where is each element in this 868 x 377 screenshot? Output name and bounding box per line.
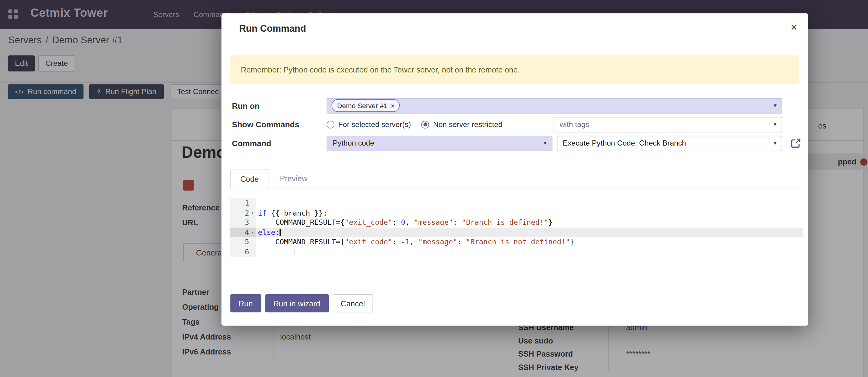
show-commands-label: Show Commands [232,120,327,129]
radio-circle-icon[interactable] [422,121,429,128]
code-line[interactable] [256,246,803,256]
code-line[interactable]: else: [256,228,803,237]
code-line[interactable] [256,198,803,208]
server-tag: Demo Server #1 × [332,99,400,112]
command-value: Execute Python Code: Check Branch [563,139,686,147]
command-label: Command [232,139,327,148]
fold-arrow-icon[interactable]: ▾ [249,210,256,215]
tag-remove-icon[interactable]: × [391,102,395,109]
code-line[interactable]: COMMAND_RESULT={"exit_code": 0, "message… [256,218,803,228]
text-cursor [280,228,281,236]
command-type-value: Python code [333,139,374,147]
run-in-wizard-button[interactable]: Run in wizard [265,294,329,313]
with-tags-select[interactable]: with tags ▾ [554,117,782,132]
editor-lines[interactable]: if {{ branch }}: COMMAND_RESULT={"exit_c… [256,198,803,257]
modal-tabs: Code Preview [230,169,800,188]
command-type-select[interactable]: Python code ▾ [327,136,552,151]
show-commands-row: Show Commands For selected server(s) Non… [232,116,782,133]
warning-alert-text: Remember: Python code is executed on the… [241,65,520,74]
line-number: 2▾ [230,208,256,218]
run-on-row: Run on Demo Server #1 × ▾ [232,97,782,114]
tab-code[interactable]: Code [230,169,269,188]
run-on-tags-select[interactable]: Demo Server #1 × ▾ [327,98,782,113]
command-select[interactable]: Execute Python Code: Check Branch ▾ [557,136,782,151]
line-number: 5 [230,237,256,246]
chevron-down-icon: ▾ [774,139,777,146]
screen: Cetmix Tower ServersCommandsFilesToolsSe… [0,0,868,377]
run-command-modal: Run Command × Remember: Python code is e… [222,13,808,326]
with-tags-placeholder: with tags [560,120,589,128]
code-line[interactable]: COMMAND_RESULT={"exit_code": -1, "messag… [256,237,803,246]
code-editor[interactable]: 12▾34▾56 if {{ branch }}: COMMAND_RESULT… [230,198,804,257]
command-row: Command Python code ▾ Execute Python Cod… [232,135,782,151]
warning-alert: Remember: Python code is executed on the… [230,55,800,84]
chevron-down-icon: ▾ [774,102,777,109]
modal-title: Run Command [239,23,306,34]
indent-guide [294,249,294,255]
cancel-button[interactable]: Cancel [332,294,373,313]
chevron-down-icon: ▾ [774,120,777,127]
server-tag-label: Demo Server #1 [337,102,388,109]
line-number: 1 [230,198,256,208]
line-number: 6 [230,246,256,256]
run-on-label: Run on [232,101,327,110]
chevron-down-icon: ▾ [544,139,547,146]
radio-for-selected-servers-label: For selected server(s) [338,120,411,128]
editor-gutter: 12▾34▾56 [230,198,256,257]
indent-guide [276,249,276,255]
radio-circle-icon[interactable] [327,121,334,128]
modal-footer: Run Run in wizard Cancel [230,294,373,313]
fold-arrow-icon[interactable]: ▾ [249,230,256,234]
run-button[interactable]: Run [230,294,261,313]
code-line[interactable]: if {{ branch }}: [256,208,803,218]
tab-preview[interactable]: Preview [270,169,316,188]
radio-for-selected-servers[interactable]: For selected server(s) [327,120,411,128]
radio-non-server-restricted-label: Non server restricted [433,120,502,128]
line-number: 3 [230,218,256,228]
line-number: 4▾ [230,228,256,237]
external-link-icon[interactable] [790,137,802,149]
radio-non-server-restricted[interactable]: Non server restricted [422,120,502,128]
close-icon[interactable]: × [791,21,797,34]
